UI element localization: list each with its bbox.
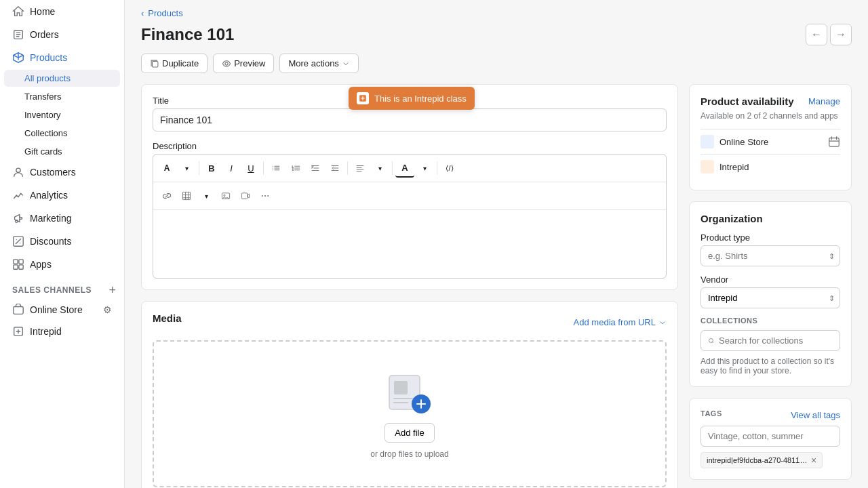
vendor-wrapper: Intrepid	[701, 287, 840, 308]
next-button[interactable]: →	[830, 24, 852, 45]
sidebar-sub-item-all-products[interactable]: All products	[4, 70, 120, 87]
intrepid-icon	[12, 325, 24, 338]
tags-title: TAGS	[701, 409, 722, 418]
title-input[interactable]	[153, 108, 667, 131]
toolbar-link-btn[interactable]	[157, 186, 176, 205]
tooltip-icon	[357, 92, 369, 104]
toolbar-image-btn[interactable]	[216, 186, 235, 205]
product-type-field: Product type	[701, 232, 840, 266]
nav-arrows: ← →	[806, 24, 852, 45]
add-media-url-button[interactable]: Add media from URL	[574, 317, 667, 327]
svg-rect-6	[14, 265, 18, 269]
description-textarea[interactable]	[153, 210, 666, 278]
add-file-button[interactable]: Add file	[384, 423, 434, 443]
content-area: Title Description A ▾ B I U	[125, 84, 868, 488]
drop-hint: or drop files to upload	[370, 449, 448, 459]
preview-button[interactable]: Preview	[213, 54, 274, 73]
product-type-wrapper	[701, 245, 840, 266]
availability-header: Product availability Manage	[701, 96, 840, 107]
sidebar-channel-intrepid[interactable]: Intrepid	[4, 321, 120, 342]
svg-rect-13	[182, 192, 190, 199]
toolbar-html-btn[interactable]: ⟨/⟩	[440, 159, 459, 178]
collections-hint: Add this product to a collection so it's…	[701, 357, 840, 375]
online-store-settings-icon[interactable]: ⚙	[103, 304, 112, 315]
sidebar-item-apps-label: Apps	[30, 259, 52, 270]
organization-title: Organization	[701, 213, 840, 224]
toolbar-table-btn[interactable]	[177, 186, 196, 205]
sidebar-item-customers[interactable]: Customers	[4, 161, 120, 183]
chevron-down-icon	[342, 60, 350, 68]
view-all-tags-link[interactable]: View all tags	[791, 410, 840, 420]
tag-chip-0: intrepid|ef9fdcba-a270-4811-beb2... ×	[701, 452, 823, 468]
sidebar-sub-item-collections[interactable]: Collections	[4, 125, 120, 142]
intrepid-label: Intrepid	[30, 326, 62, 337]
upload-area[interactable]: Add file or drop files to upload	[153, 340, 667, 487]
orders-icon	[12, 28, 24, 41]
toolbar-italic-btn[interactable]: I	[222, 159, 241, 178]
toolbar-font-dropdown[interactable]: ▾	[177, 159, 196, 178]
toolbar-font-btn[interactable]: A	[157, 159, 176, 178]
sidebar-item-discounts[interactable]: Discounts	[4, 230, 120, 252]
sidebar-item-products[interactable]: Products	[4, 47, 120, 68]
toolbar-table-dropdown[interactable]: ▾	[197, 186, 216, 205]
more-actions-button[interactable]: More actions	[279, 54, 358, 73]
topbar: ‹ Products Finance 101 ← →	[125, 0, 868, 45]
sidebar-sub-item-transfers[interactable]: Transfers	[4, 88, 120, 105]
prev-button[interactable]: ←	[806, 24, 827, 45]
toolbar-align-dropdown[interactable]: ▾	[370, 159, 389, 178]
sidebar-item-home[interactable]: Home	[4, 1, 120, 22]
tags-input[interactable]	[701, 426, 840, 447]
sidebar-item-orders[interactable]: Orders	[4, 24, 120, 45]
toolbar-underline-btn[interactable]: U	[241, 159, 260, 178]
sidebar-item-products-label: Products	[30, 52, 67, 63]
svg-rect-10	[153, 61, 158, 66]
toolbar-text-color-btn[interactable]: A	[395, 159, 414, 178]
description-field: Description A ▾ B I U	[153, 141, 667, 279]
toolbar-align-btn[interactable]	[351, 159, 370, 178]
svg-rect-21	[394, 381, 408, 394]
breadcrumb-arrow: ‹	[141, 8, 144, 18]
products-icon	[12, 52, 24, 64]
sidebar-item-analytics[interactable]: Analytics	[4, 184, 120, 206]
sidebar-item-apps[interactable]: Apps	[4, 253, 120, 275]
sidebar-sub-item-gift-cards[interactable]: Gift cards	[4, 143, 120, 160]
collections-search-input[interactable]	[719, 336, 833, 346]
page-title: Finance 101	[141, 25, 234, 44]
sidebar-sub-item-all-products-label: All products	[24, 73, 71, 83]
toolbar-sep-2	[263, 161, 264, 175]
svg-point-19	[267, 195, 269, 197]
title-description-card: Title Description A ▾ B I U	[141, 84, 678, 290]
toolbar-indent-btn[interactable]	[306, 159, 325, 178]
toolbar-outdent-btn[interactable]	[326, 159, 344, 178]
search-icon	[708, 336, 715, 346]
intrepid-channel-icon	[701, 160, 714, 174]
toolbar-more-btn[interactable]	[256, 186, 275, 205]
availability-item-online-store: Online Store	[701, 129, 840, 154]
calendar-icon[interactable]	[828, 136, 840, 148]
sidebar-channel-online-store[interactable]: Online Store ⚙	[4, 300, 120, 320]
tags-card: TAGS View all tags intrepid|ef9fdcba-a27…	[689, 398, 852, 480]
toolbar-text-color-dropdown[interactable]: ▾	[415, 159, 434, 178]
sidebar-item-marketing[interactable]: Marketing	[4, 207, 120, 229]
svg-point-17	[262, 195, 263, 197]
toolbar-sep-1	[199, 161, 199, 175]
toolbar-video-btn[interactable]	[236, 186, 255, 205]
add-channel-button[interactable]: +	[108, 284, 116, 296]
analytics-icon	[12, 189, 24, 201]
tag-chip-remove[interactable]: ×	[811, 455, 816, 465]
vendor-select[interactable]: Intrepid	[701, 287, 840, 308]
svg-rect-5	[19, 260, 23, 264]
preview-icon	[222, 59, 231, 68]
breadcrumb[interactable]: ‹ Products	[141, 8, 852, 18]
toolbar-ol-btn[interactable]	[286, 159, 305, 178]
tag-chip-label: intrepid|ef9fdcba-a270-4811-beb2...	[707, 456, 808, 464]
product-type-input[interactable]	[701, 245, 840, 266]
media-header: Media Add media from URL	[153, 312, 667, 332]
media-card: Media Add media from URL	[141, 301, 678, 488]
sidebar-sub-item-inventory[interactable]: Inventory	[4, 106, 120, 123]
toolbar-ul-btn[interactable]	[267, 159, 285, 178]
duplicate-button[interactable]: Duplicate	[141, 54, 208, 73]
toolbar-sep-3	[347, 161, 348, 175]
manage-link[interactable]: Manage	[808, 96, 840, 106]
toolbar-bold-btn[interactable]: B	[202, 159, 221, 178]
